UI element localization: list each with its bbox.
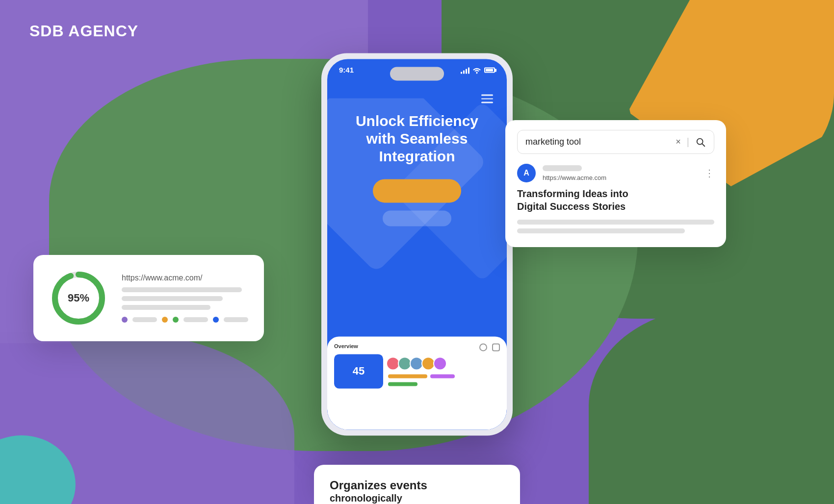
- search-result: A https://www.acme.com ⋮ Transforming Id…: [517, 164, 714, 233]
- tag-dot-1: [122, 317, 128, 323]
- avatar-5: [433, 356, 447, 370]
- dash-bar-green: [388, 382, 417, 386]
- dashboard-count: 45: [353, 365, 365, 378]
- search-query-text: marketing tool: [525, 137, 670, 147]
- phone-hero: Unlock Efficiency with Seamless Integrat…: [327, 98, 507, 236]
- result-favicon-avatar: A: [517, 164, 536, 182]
- search-bar[interactable]: marketing tool × |: [517, 130, 714, 154]
- seo-content: https://www.acme.com/: [122, 274, 248, 323]
- seo-line-2: [122, 296, 223, 301]
- result-headline: Transforming Ideas intoDigital Success S…: [517, 187, 714, 213]
- dashboard-row: 45: [334, 354, 500, 388]
- dashboard-count-card: 45: [334, 354, 383, 388]
- wifi-icon: [472, 67, 481, 74]
- tag-bar-1: [132, 317, 157, 322]
- phone-screen: 9:41: [327, 59, 507, 429]
- tag-bar-3: [224, 317, 248, 322]
- seo-lines: [122, 287, 248, 310]
- phone-dashboard: Overview 45: [327, 336, 507, 429]
- search-result-header: A https://www.acme.com ⋮: [517, 164, 714, 182]
- tag-dot-4: [213, 317, 219, 323]
- search-clear-icon[interactable]: ×: [676, 137, 681, 147]
- dash-bar-orange: [388, 374, 427, 378]
- desc-line-2: [517, 228, 685, 233]
- battery-icon: [484, 67, 495, 73]
- dashboard-avatars: [388, 356, 500, 370]
- dash-bar-purple: [430, 374, 455, 378]
- dashboard-right: [388, 356, 500, 386]
- blob-green-right: [589, 308, 834, 504]
- svg-line-3: [702, 144, 704, 146]
- result-url: https://www.acme.com: [543, 174, 698, 181]
- result-desc: [517, 220, 714, 233]
- seo-url: https://www.acme.com/: [122, 274, 248, 282]
- signal-icon: [461, 67, 469, 74]
- tag-dot-2: [162, 317, 168, 323]
- dashboard-settings-icon: [492, 343, 500, 351]
- phone-frame: 9:41: [321, 53, 513, 435]
- seo-line-1: [122, 287, 242, 292]
- phone-cta-button[interactable]: [373, 179, 461, 202]
- ham-line-1: [481, 94, 493, 96]
- events-card: Organizes events chronologically: [314, 465, 520, 504]
- search-result-card: marketing tool × | A https://www.acme.co…: [505, 120, 726, 247]
- result-more-icon[interactable]: ⋮: [704, 167, 714, 179]
- seo-line-3: [122, 305, 210, 310]
- phone-hero-title: Unlock Efficiency with Seamless Integrat…: [342, 112, 492, 165]
- phone-cta-bar: [383, 210, 451, 226]
- phone-mockup: 9:41: [321, 53, 513, 435]
- dashboard-bars: [388, 374, 500, 378]
- search-divider: |: [687, 136, 689, 148]
- phone-status-bar: 9:41: [327, 59, 507, 78]
- result-meta-title-bar: [543, 165, 582, 171]
- search-magnifier-icon[interactable]: [695, 137, 706, 148]
- status-icons: [461, 67, 495, 74]
- phone-time: 9:41: [339, 66, 354, 74]
- phone-notch: [390, 67, 444, 80]
- donut-chart: 95%: [49, 269, 108, 328]
- seo-tags: [122, 317, 248, 323]
- tag-bar-2: [183, 317, 208, 322]
- events-title: Organizes events: [330, 479, 504, 493]
- result-meta: https://www.acme.com: [543, 165, 698, 181]
- desc-line-1: [517, 220, 714, 225]
- tag-dot-3: [173, 317, 179, 323]
- dashboard-search-icon: [479, 343, 487, 351]
- dashboard-title: Overview: [334, 343, 500, 349]
- seo-score-card: 95% https://www.acme.com/: [33, 255, 264, 341]
- events-subtitle: chronologically: [330, 493, 504, 504]
- donut-value: 95%: [49, 269, 108, 328]
- brand-logo: SDB AGENCY: [29, 22, 138, 40]
- dashboard-bars-2: [388, 382, 500, 386]
